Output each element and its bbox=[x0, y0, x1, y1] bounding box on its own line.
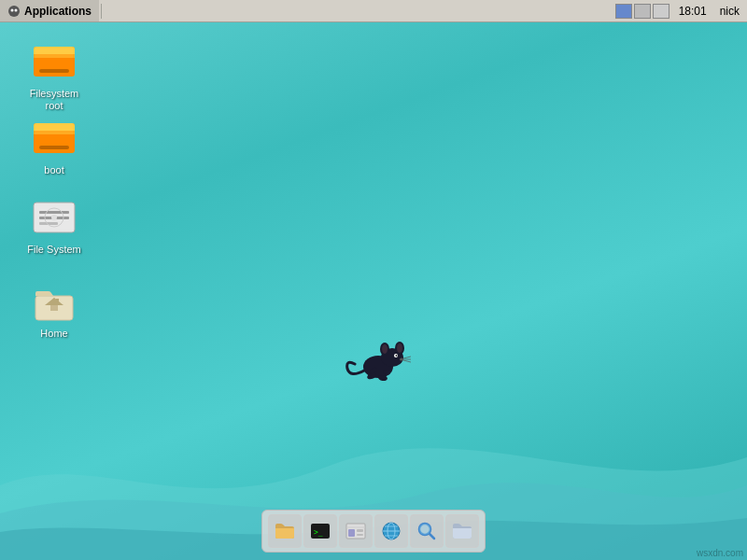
desktop-icon-filesystem-root[interactable]: Filesystemroot bbox=[17, 35, 92, 116]
svg-point-29 bbox=[394, 354, 398, 357]
orange-drive-icon bbox=[32, 39, 77, 84]
panel-square-2[interactable] bbox=[634, 4, 651, 19]
svg-line-34 bbox=[403, 360, 411, 362]
svg-point-2 bbox=[15, 8, 18, 11]
svg-line-53 bbox=[430, 534, 435, 539]
search-icon bbox=[416, 520, 438, 542]
applications-label: Applications bbox=[24, 5, 92, 18]
home-label: Home bbox=[40, 328, 67, 340]
bottom-taskbar: >_ bbox=[261, 510, 486, 553]
svg-rect-5 bbox=[34, 54, 75, 58]
svg-point-0 bbox=[8, 6, 20, 17]
svg-rect-13 bbox=[39, 211, 69, 214]
svg-rect-22 bbox=[56, 299, 59, 303]
panel-right: 18:01 nick bbox=[615, 4, 747, 19]
svg-point-1 bbox=[11, 8, 14, 11]
file-system-icon-img bbox=[32, 195, 77, 240]
svg-point-36 bbox=[378, 374, 388, 382]
svg-point-35 bbox=[366, 371, 376, 380]
taskbar-files-button[interactable] bbox=[268, 514, 302, 548]
panel-separator bbox=[101, 4, 102, 19]
svg-point-27 bbox=[382, 344, 388, 354]
svg-point-37 bbox=[369, 367, 377, 374]
panel-square-1[interactable] bbox=[615, 4, 632, 19]
folder-icon bbox=[274, 520, 296, 542]
svg-rect-44 bbox=[348, 529, 355, 537]
panel-user: nick bbox=[716, 5, 743, 18]
filemanager-icon bbox=[345, 520, 367, 542]
svg-point-31 bbox=[400, 358, 403, 361]
svg-point-25 bbox=[380, 343, 389, 356]
boot-icon-img bbox=[32, 116, 77, 161]
home-icon-img bbox=[32, 279, 77, 324]
panel-square-3[interactable] bbox=[653, 4, 669, 19]
file-system-label: File System bbox=[27, 244, 80, 256]
svg-rect-9 bbox=[34, 131, 75, 134]
svg-point-17 bbox=[51, 215, 57, 220]
svg-rect-46 bbox=[357, 534, 363, 536]
watermark: wsxdn.com bbox=[697, 548, 743, 558]
terminal-icon: >_ bbox=[309, 520, 331, 542]
home-folder-icon bbox=[32, 279, 77, 324]
svg-point-23 bbox=[363, 356, 393, 378]
browser-icon bbox=[380, 520, 402, 542]
svg-point-26 bbox=[395, 342, 404, 355]
svg-rect-10 bbox=[39, 146, 69, 149]
svg-text:>_: >_ bbox=[314, 528, 323, 537]
svg-point-54 bbox=[419, 524, 430, 535]
top-panel: Applications 18:01 nick bbox=[0, 0, 747, 22]
folder2-icon bbox=[451, 520, 473, 542]
taskbar-filemanager-button[interactable] bbox=[339, 514, 373, 548]
desktop-icon-file-system[interactable]: File System bbox=[17, 191, 92, 259]
xfce-mascot bbox=[345, 331, 411, 387]
desktop: Applications 18:01 nick Filesystemroot bbox=[0, 0, 747, 560]
filesystem-root-icon-img bbox=[32, 39, 77, 84]
svg-point-38 bbox=[382, 370, 390, 376]
white-drive-icon bbox=[32, 195, 77, 240]
svg-point-30 bbox=[396, 355, 398, 357]
panel-clock: 18:01 bbox=[671, 5, 714, 18]
applications-menu[interactable]: Applications bbox=[0, 0, 99, 21]
boot-drive-icon bbox=[32, 116, 77, 161]
svg-line-32 bbox=[403, 357, 411, 358]
taskbar-browser-button[interactable] bbox=[374, 514, 408, 548]
svg-point-24 bbox=[381, 348, 403, 367]
apps-menu-icon bbox=[7, 5, 21, 18]
svg-rect-6 bbox=[39, 69, 69, 73]
desktop-icon-home[interactable]: Home bbox=[17, 275, 92, 343]
taskbar-terminal-button[interactable]: >_ bbox=[303, 514, 337, 548]
boot-label: boot bbox=[44, 164, 63, 176]
svg-rect-45 bbox=[357, 529, 363, 532]
taskbar-files2-button[interactable] bbox=[445, 514, 479, 548]
mascot-svg bbox=[345, 331, 411, 387]
svg-point-28 bbox=[397, 343, 402, 353]
taskbar-search-button[interactable] bbox=[410, 514, 444, 548]
desktop-icon-boot[interactable]: boot bbox=[17, 112, 92, 180]
filesystem-root-label: Filesystemroot bbox=[30, 88, 79, 112]
